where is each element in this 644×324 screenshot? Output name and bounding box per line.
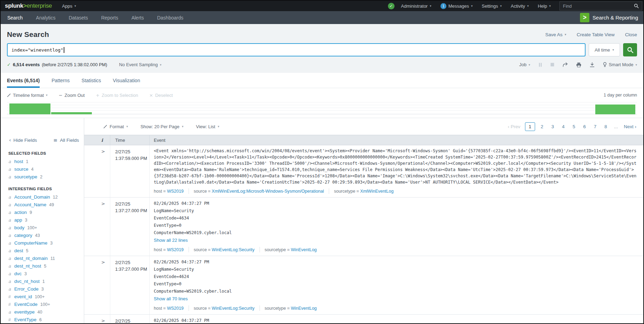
field-name[interactable]: host	[14, 159, 23, 164]
timeline-bar-1[interactable]	[9, 103, 50, 114]
field-name[interactable]: app	[14, 217, 22, 223]
close-button[interactable]: Close	[625, 32, 637, 37]
field-name[interactable]: eventtype	[14, 309, 35, 315]
field-item-category[interactable]: acategory43	[1, 232, 84, 239]
field-item-action[interactable]: aaction9	[1, 209, 84, 216]
time-range-picker[interactable]: All time ▾	[589, 43, 620, 56]
timeline-format-menu[interactable]: Timeline format ▾	[7, 93, 48, 98]
field-item-eventcode[interactable]: #EventCode100+	[1, 301, 84, 308]
pagination-page-5[interactable]: 5	[570, 123, 578, 131]
create-table-view-button[interactable]: Create Table View	[577, 32, 614, 37]
show-all-lines-link[interactable]: Show all 70 lines	[154, 295, 188, 302]
appnav-item-datasets[interactable]: Datasets	[62, 11, 94, 24]
field-item-host[interactable]: ahost1	[1, 158, 84, 165]
apps-menu[interactable]: Apps ▾	[57, 1, 80, 11]
field-item-eventtype[interactable]: aeventtype40	[1, 308, 84, 316]
search-icon[interactable]	[634, 3, 639, 8]
tab-patterns[interactable]: Patterns	[51, 78, 70, 88]
field-name[interactable]: sourcetype	[14, 174, 37, 179]
field-item-source[interactable]: asource4	[1, 165, 84, 173]
field-value-link[interactable]: WinEventLog	[291, 306, 317, 311]
show-all-lines-link[interactable]: Show all 22 lines	[154, 237, 188, 244]
pagination-prev[interactable]: ‹ Prev	[507, 123, 522, 131]
field-value-link[interactable]: WS2019	[167, 247, 184, 252]
tab-statistics[interactable]: Statistics	[81, 78, 101, 88]
field-value-link[interactable]: XmlWinEventLog:Microsoft-Windows-Sysmon/…	[212, 189, 324, 194]
field-name[interactable]: EventType	[14, 317, 37, 322]
zoom-to-selection-button[interactable]: + Zoom to Selection	[96, 93, 138, 98]
splunk-logo[interactable]: splunk>enterprise	[1, 2, 57, 9]
settings-menu[interactable]: Settings ▾	[477, 1, 507, 11]
pagination-page-7[interactable]: 7	[591, 123, 599, 131]
view-menu[interactable]: View: List ▾	[196, 124, 219, 129]
field-name[interactable]: dvc_nt_host	[14, 279, 40, 284]
pagination-next[interactable]: Next ›	[622, 123, 638, 131]
app-badge[interactable]: > Search & Reporting	[580, 13, 643, 22]
appnav-item-search[interactable]: Search	[1, 11, 29, 24]
per-page-menu[interactable]: Show: 20 Per Page ▾	[141, 124, 184, 129]
field-name[interactable]: category	[14, 233, 32, 238]
deselect-button[interactable]: × Deselect	[149, 93, 173, 98]
pagination-page-6[interactable]: 6	[581, 123, 588, 131]
field-item-dest[interactable]: adest5	[1, 247, 84, 255]
pagination-page-3[interactable]: 3	[549, 123, 557, 131]
smart-mode-menu[interactable]: Smart Mode ▾	[603, 62, 637, 67]
field-item-event-id[interactable]: #event_id100+	[1, 293, 84, 301]
field-item-eventtype[interactable]: #EventType6	[1, 316, 84, 323]
all-fields-button[interactable]: ≡ All Fields	[54, 137, 79, 143]
field-name[interactable]: body	[14, 225, 24, 230]
activity-menu[interactable]: Activity ▾	[506, 1, 533, 11]
timeline-bar-3[interactable]	[595, 105, 635, 114]
field-item-account-domain[interactable]: aAccount_Domain12	[1, 193, 84, 201]
format-menu[interactable]: Format ▾	[103, 124, 128, 129]
field-name[interactable]: Account_Name	[14, 202, 46, 207]
pagination-page-8[interactable]: 8	[602, 123, 610, 131]
messages-menu[interactable]: 1 Messages ▾	[436, 1, 477, 11]
field-name[interactable]: event_id	[14, 294, 32, 299]
field-item-body[interactable]: abody100+	[1, 224, 84, 232]
field-name[interactable]: dvc	[14, 271, 22, 276]
expand-arrow-icon[interactable]: >	[101, 318, 105, 323]
print-button[interactable]	[576, 62, 581, 67]
field-value-link[interactable]: WinEventLog:Security	[212, 247, 255, 252]
field-item-computername[interactable]: aComputerName3	[1, 239, 84, 247]
field-item-sourcetype[interactable]: asourcetype2	[1, 173, 84, 181]
field-name[interactable]: Account_Domain	[14, 194, 50, 200]
field-value-link[interactable]: WS2019	[167, 306, 184, 311]
field-item-dest-nt-host[interactable]: adest_nt_host5	[1, 262, 84, 270]
save-as-menu[interactable]: Save As ▾	[545, 32, 566, 37]
appnav-item-dashboards[interactable]: Dashboards	[150, 11, 190, 24]
tab-visualization[interactable]: Visualization	[113, 78, 140, 88]
expand-arrow-icon[interactable]: >	[101, 149, 105, 154]
field-item-app[interactable]: aapp3	[1, 216, 84, 224]
field-item-error-code[interactable]: aError_Code3	[1, 285, 84, 293]
field-value-link[interactable]: WinEventLog:Security	[212, 306, 255, 311]
field-item-dest-nt-domain[interactable]: adest_nt_domain11	[1, 255, 84, 262]
share-button[interactable]	[563, 62, 568, 67]
timeline-bar-2[interactable]	[51, 112, 92, 114]
health-check-icon[interactable]: ✓	[388, 3, 395, 9]
appnav-item-alerts[interactable]: Alerts	[125, 11, 151, 24]
pagination-page-1[interactable]: 1	[525, 122, 535, 131]
field-item-account-name[interactable]: aAccount_Name49	[1, 201, 84, 209]
field-item-dvc-nt-host[interactable]: advc_nt_host1	[1, 278, 84, 285]
search-query-input[interactable]: index="wineventlog"	[7, 43, 586, 56]
hide-fields-button[interactable]: ‹ Hide Fields	[9, 137, 37, 143]
field-name[interactable]: dest_nt_host	[14, 263, 41, 269]
field-name[interactable]: source	[14, 167, 29, 172]
job-menu[interactable]: Job ▾	[519, 62, 530, 67]
field-value-link[interactable]: XmlWinEventLog	[360, 189, 393, 194]
field-name[interactable]: dest	[14, 248, 23, 253]
appnav-item-reports[interactable]: Reports	[95, 11, 125, 24]
field-name[interactable]: dest_nt_domain	[14, 256, 48, 261]
field-name[interactable]: EventCode	[14, 302, 38, 307]
field-name[interactable]: action	[14, 210, 27, 215]
field-name[interactable]: Error_Code	[14, 286, 39, 292]
expand-arrow-icon[interactable]: >	[101, 260, 105, 265]
find-input[interactable]	[563, 3, 631, 9]
column-header-time[interactable]: Time	[110, 135, 150, 145]
field-item-dvc[interactable]: advc3	[1, 270, 84, 278]
field-name[interactable]: ComputerName	[14, 240, 47, 246]
zoom-out-button[interactable]: − Zoom Out	[59, 93, 85, 98]
event-sampling-menu[interactable]: No Event Sampling ▾	[119, 62, 161, 67]
